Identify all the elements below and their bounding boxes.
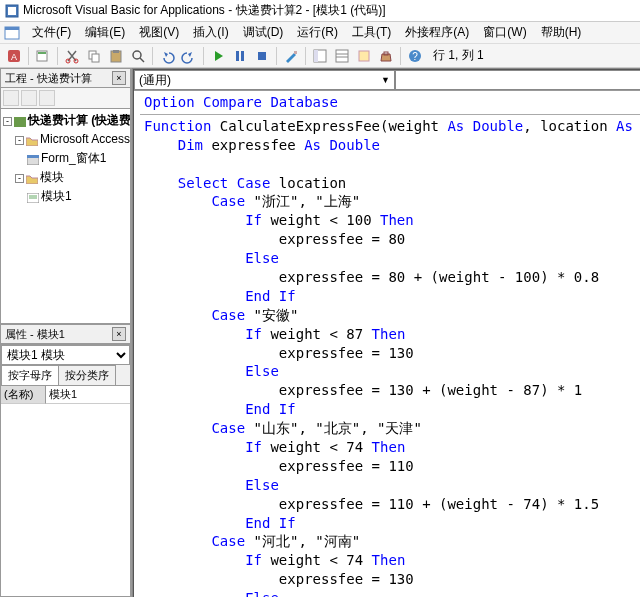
copy-icon[interactable] — [84, 46, 104, 66]
svg-rect-21 — [314, 50, 318, 62]
svg-rect-11 — [92, 54, 99, 62]
svg-rect-1 — [8, 7, 16, 15]
view-code-icon[interactable] — [3, 90, 19, 106]
prop-key: (名称) — [1, 386, 46, 404]
properties-panel: 模块1 模块 按字母序 按分类序 (名称) 模块1 — [0, 344, 131, 597]
title-bar: Microsoft Visual Basic for Applications … — [0, 0, 640, 22]
view-access-icon[interactable]: A — [4, 46, 24, 66]
project-panel-header: 工程 - 快递费计算 × — [0, 68, 131, 88]
project-explorer-icon[interactable] — [310, 46, 330, 66]
window-title: Microsoft Visual Basic for Applications … — [23, 2, 386, 19]
svg-rect-22 — [336, 50, 348, 62]
menu-tools[interactable]: 工具(T) — [346, 22, 397, 43]
view-object-icon[interactable] — [21, 90, 37, 106]
app-icon — [5, 4, 19, 18]
svg-rect-25 — [359, 51, 369, 61]
menu-help[interactable]: 帮助(H) — [535, 22, 588, 43]
toolbar-sep — [276, 47, 277, 65]
panel-close-icon[interactable]: × — [112, 327, 126, 341]
toolbar-sep — [203, 47, 204, 65]
reset-icon[interactable] — [252, 46, 272, 66]
project-tree[interactable]: -快递费计算 (快递费计… -Microsoft Access 类 Form_窗… — [0, 108, 131, 324]
tree-class-folder[interactable]: -Microsoft Access 类 — [3, 130, 128, 149]
break-icon[interactable] — [230, 46, 250, 66]
toolbar-sep — [305, 47, 306, 65]
run-icon[interactable] — [208, 46, 228, 66]
toolbar: A ? 行 1, 列 1 — [0, 44, 640, 68]
menu-addins[interactable]: 外接程序(A) — [399, 22, 475, 43]
svg-rect-17 — [241, 51, 244, 61]
procedure-combo[interactable]: ▼ — [395, 70, 640, 90]
menu-insert[interactable]: 插入(I) — [187, 22, 234, 43]
properties-grid[interactable]: (名称) 模块1 — [1, 386, 130, 596]
svg-text:?: ? — [412, 51, 418, 62]
menu-run[interactable]: 运行(R) — [291, 22, 344, 43]
svg-point-14 — [133, 51, 141, 59]
paste-icon[interactable] — [106, 46, 126, 66]
object-combo[interactable]: (通用)▼ — [134, 70, 395, 90]
svg-rect-13 — [113, 50, 119, 53]
properties-object-combo[interactable]: 模块1 模块 — [1, 345, 130, 365]
insert-module-icon[interactable] — [33, 46, 53, 66]
project-toolbar — [0, 88, 131, 108]
properties-window-icon[interactable] — [332, 46, 352, 66]
menu-bar: 文件(F) 编辑(E) 视图(V) 插入(I) 调试(D) 运行(R) 工具(T… — [0, 22, 640, 44]
tree-module1[interactable]: 模块1 — [3, 187, 128, 206]
toolbar-sep — [152, 47, 153, 65]
svg-rect-16 — [236, 51, 239, 61]
svg-rect-7 — [38, 52, 46, 54]
menu-edit[interactable]: 编辑(E) — [79, 22, 131, 43]
menu-window[interactable]: 窗口(W) — [477, 22, 532, 43]
toolbar-sep — [400, 47, 401, 65]
menu-debug[interactable]: 调试(D) — [237, 22, 290, 43]
cursor-position: 行 1, 列 1 — [433, 47, 484, 64]
redo-icon[interactable] — [179, 46, 199, 66]
cut-icon[interactable] — [62, 46, 82, 66]
tab-categorized[interactable]: 按分类序 — [58, 365, 116, 385]
code-window: (通用)▼ ▼ Option Compare Database Function… — [133, 69, 640, 597]
project-panel-title: 工程 - 快递费计算 — [5, 71, 92, 86]
tab-alphabetic[interactable]: 按字母序 — [1, 365, 59, 385]
chevron-down-icon: ▼ — [381, 75, 390, 85]
toolbar-sep — [57, 47, 58, 65]
toolbar-sep — [28, 47, 29, 65]
toggle-folders-icon[interactable] — [39, 90, 55, 106]
code-editor[interactable]: Option Compare Database Function Calcula… — [134, 91, 640, 597]
menu-view[interactable]: 视图(V) — [133, 22, 185, 43]
svg-text:A: A — [11, 52, 17, 62]
svg-rect-18 — [258, 52, 266, 60]
svg-rect-29 — [14, 117, 26, 127]
code-pane: (通用)▼ ▼ Option Compare Database Function… — [132, 68, 640, 597]
svg-rect-31 — [27, 155, 39, 158]
find-icon[interactable] — [128, 46, 148, 66]
panel-close-icon[interactable]: × — [112, 71, 126, 85]
mdi-sys-icon[interactable] — [4, 25, 20, 41]
tree-modules-folder[interactable]: -模块 — [3, 168, 128, 187]
tree-root[interactable]: -快递费计算 (快递费计… — [3, 111, 128, 130]
prop-value[interactable]: 模块1 — [46, 386, 130, 404]
properties-panel-title: 属性 - 模块1 — [5, 327, 65, 342]
left-pane: 工程 - 快递费计算 × -快递费计算 (快递费计… -Microsoft Ac… — [0, 68, 132, 597]
help-icon[interactable]: ? — [405, 46, 425, 66]
svg-line-15 — [140, 58, 144, 62]
properties-panel-header: 属性 - 模块1 × — [0, 324, 131, 344]
toolbox-icon[interactable] — [376, 46, 396, 66]
prop-row-name[interactable]: (名称) 模块1 — [1, 386, 130, 404]
menu-file[interactable]: 文件(F) — [26, 22, 77, 43]
object-browser-icon[interactable] — [354, 46, 374, 66]
tree-form[interactable]: Form_窗体1 — [3, 149, 128, 168]
svg-rect-3 — [5, 27, 19, 30]
undo-icon[interactable] — [157, 46, 177, 66]
design-mode-icon[interactable] — [281, 46, 301, 66]
svg-rect-19 — [294, 51, 297, 54]
